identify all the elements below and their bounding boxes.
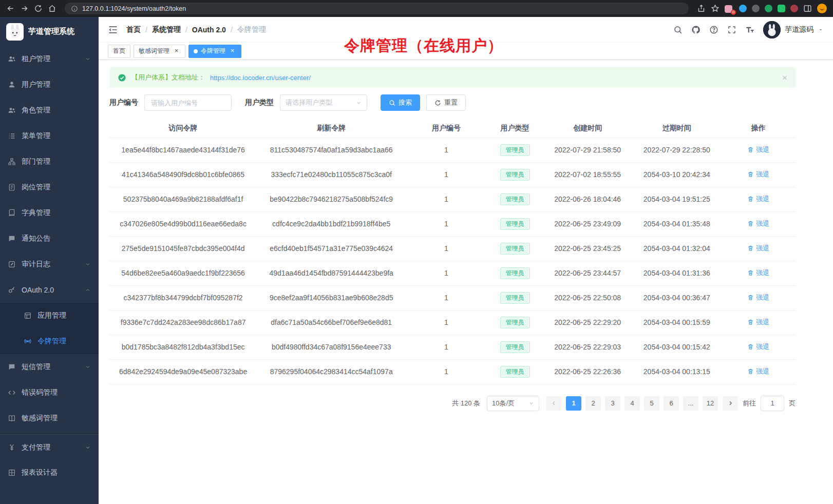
sidebar-item-dept[interactable]: 部门管理 bbox=[0, 149, 99, 175]
sidebar-item-role[interactable]: 角色管理 bbox=[0, 98, 99, 123]
search-button[interactable]: 搜索 bbox=[381, 94, 420, 111]
page-button-3[interactable]: 3 bbox=[605, 396, 620, 411]
user-type-badge: 管理员 bbox=[500, 169, 530, 181]
force-logout-link[interactable]: 强退 bbox=[747, 342, 769, 352]
extension-icon[interactable] bbox=[790, 5, 798, 12]
bookmark-star-icon[interactable] bbox=[711, 4, 720, 13]
browser-profile-avatar[interactable] bbox=[817, 4, 827, 13]
sidebar-menu: 租户管理用户管理角色管理菜单管理部门管理岗位管理字典管理通知公告审计日志OAut… bbox=[0, 46, 99, 504]
user-type-cell: 管理员 bbox=[487, 359, 543, 384]
sidebar-item-label: 用户管理 bbox=[22, 80, 91, 89]
search-icon[interactable] bbox=[673, 25, 683, 34]
user-type-badge: 管理员 bbox=[500, 341, 530, 353]
alert-close-icon[interactable]: × bbox=[782, 73, 787, 82]
user-id-label: 用户编号 bbox=[109, 98, 138, 107]
user-type-select[interactable]: 请选择用户类型 bbox=[280, 94, 367, 111]
force-logout-link[interactable]: 强退 bbox=[747, 145, 769, 154]
sidebar-subitem-app[interactable]: 应用管理 bbox=[0, 303, 99, 328]
goto-page-input[interactable] bbox=[761, 396, 784, 411]
sidebar-subitem-label: 令牌管理 bbox=[37, 337, 91, 346]
role-icon bbox=[8, 106, 16, 114]
page-button-4[interactable]: 4 bbox=[624, 396, 640, 411]
tab-close-icon[interactable]: × bbox=[173, 47, 180, 55]
extension-icon[interactable] bbox=[739, 5, 747, 12]
sidebar-item-tenant[interactable]: 租户管理 bbox=[0, 46, 99, 72]
user-name: 芋道源码 bbox=[785, 25, 813, 34]
page-button-5[interactable]: 5 bbox=[644, 396, 659, 411]
side-panel-icon[interactable] bbox=[803, 4, 812, 13]
page-button-6[interactable]: 6 bbox=[664, 396, 679, 411]
force-logout-link[interactable]: 强退 bbox=[747, 244, 769, 253]
force-logout-link[interactable]: 强退 bbox=[747, 170, 769, 179]
back-icon[interactable] bbox=[6, 4, 15, 13]
page-button-2[interactable]: 2 bbox=[585, 396, 601, 411]
breadcrumb-item[interactable]: OAuth 2.0 bbox=[192, 26, 226, 34]
sidebar-item-report[interactable]: 报表设计器 bbox=[0, 460, 99, 486]
sidebar-item-label: 短信管理 bbox=[22, 362, 79, 372]
tab-token[interactable]: 令牌管理× bbox=[188, 45, 241, 58]
sidebar-item-user[interactable]: 用户管理 bbox=[0, 72, 99, 98]
sidebar-item-post[interactable]: 岗位管理 bbox=[0, 175, 99, 200]
breadcrumb-item[interactable]: 系统管理 bbox=[152, 25, 181, 34]
sidebar-item-oauth2[interactable]: OAuth 2.0 bbox=[0, 277, 99, 303]
home-icon[interactable] bbox=[48, 4, 56, 13]
sidebar-item-dict[interactable]: 字典管理 bbox=[0, 200, 99, 226]
sidebar-item-notice[interactable]: 通知公告 bbox=[0, 226, 99, 251]
extension-icon[interactable] bbox=[765, 5, 772, 12]
tab-close-icon[interactable]: × bbox=[229, 47, 236, 55]
site-info-icon[interactable] bbox=[71, 5, 78, 12]
token-table: 访问令牌刷新令牌用户编号用户类型创建时间过期时间操作 1ea5e44f8bc14… bbox=[109, 119, 796, 384]
reset-button[interactable]: 重置 bbox=[426, 94, 466, 111]
user-menu[interactable]: 芋道源码 bbox=[763, 21, 824, 38]
action-cell: 强退 bbox=[722, 310, 796, 335]
sidebar-item-sms[interactable]: 短信管理 bbox=[0, 354, 99, 380]
column-header: 刷新令牌 bbox=[257, 119, 406, 138]
chevron-down-icon bbox=[818, 27, 824, 33]
sidebar-subitem-token[interactable]: 令牌管理 bbox=[0, 328, 99, 354]
sidebar-toggle-icon[interactable] bbox=[108, 25, 118, 35]
prev-page-button[interactable] bbox=[546, 396, 561, 411]
create-time-cell: 2022-06-25 23:49:09 bbox=[543, 211, 632, 236]
force-logout-label: 强退 bbox=[756, 195, 769, 204]
tab-home[interactable]: 首页 bbox=[108, 45, 130, 58]
github-icon[interactable] bbox=[691, 25, 701, 34]
table-row: 41c41346a548490f9dc8b01c6bfe0865333ecfc7… bbox=[109, 162, 796, 187]
doc-link[interactable]: https://doc.iocoder.cn/user-center/ bbox=[210, 74, 311, 82]
next-page-button[interactable] bbox=[723, 396, 738, 411]
address-bar[interactable]: 127.0.0.1:1024/system/oauth2/token bbox=[65, 3, 689, 14]
screen: 127.0.0.1:1024/system/oauth2/token 0 芋道管… bbox=[0, 0, 833, 504]
success-check-icon bbox=[118, 73, 126, 82]
breadcrumb-item[interactable]: 首页 bbox=[126, 25, 141, 34]
share-icon[interactable] bbox=[697, 4, 706, 13]
font-size-icon[interactable] bbox=[745, 25, 754, 34]
extension-icon[interactable]: 0 bbox=[725, 4, 734, 13]
force-logout-link[interactable]: 强退 bbox=[747, 219, 769, 228]
page-button-1[interactable]: 1 bbox=[566, 396, 581, 411]
sidebar-item-audit-log[interactable]: 审计日志 bbox=[0, 251, 99, 277]
extensions-puzzle-icon[interactable] bbox=[778, 5, 785, 12]
sidebar-item-error-code[interactable]: 错误码管理 bbox=[0, 380, 99, 405]
token-icon bbox=[24, 337, 32, 345]
user-id-input[interactable] bbox=[144, 94, 232, 111]
sidebar-item-label: 租户管理 bbox=[22, 54, 79, 64]
force-logout-link[interactable]: 强退 bbox=[747, 318, 769, 327]
app-logo-row[interactable]: 芋道管理系统 bbox=[0, 17, 99, 46]
page-button-12[interactable]: 12 bbox=[703, 396, 718, 411]
force-logout-link[interactable]: 强退 bbox=[747, 367, 769, 376]
sidebar-item-sensitive-word[interactable]: 敏感词管理 bbox=[0, 405, 99, 431]
page-ellipsis[interactable]: ... bbox=[683, 396, 698, 411]
user-type-badge: 管理员 bbox=[500, 193, 530, 205]
force-logout-link[interactable]: 强退 bbox=[747, 195, 769, 204]
page-size-select[interactable]: 10条/页 bbox=[487, 396, 539, 411]
force-logout-link[interactable]: 强退 bbox=[747, 293, 769, 302]
sidebar-item-menu[interactable]: 菜单管理 bbox=[0, 123, 99, 149]
force-logout-link[interactable]: 强退 bbox=[747, 268, 769, 278]
extension-icon[interactable] bbox=[752, 5, 760, 12]
help-icon[interactable] bbox=[709, 25, 718, 34]
tab-sensitive-word[interactable]: 敏感词管理× bbox=[134, 45, 185, 58]
reload-icon[interactable] bbox=[34, 4, 43, 13]
sidebar-item-pay[interactable]: 支付管理 bbox=[0, 434, 99, 460]
fullscreen-icon[interactable] bbox=[727, 25, 736, 34]
refresh-token-cell: 811c530487574fa0af1a59d3abc1aa66 bbox=[257, 138, 406, 162]
forward-icon[interactable] bbox=[20, 4, 29, 13]
